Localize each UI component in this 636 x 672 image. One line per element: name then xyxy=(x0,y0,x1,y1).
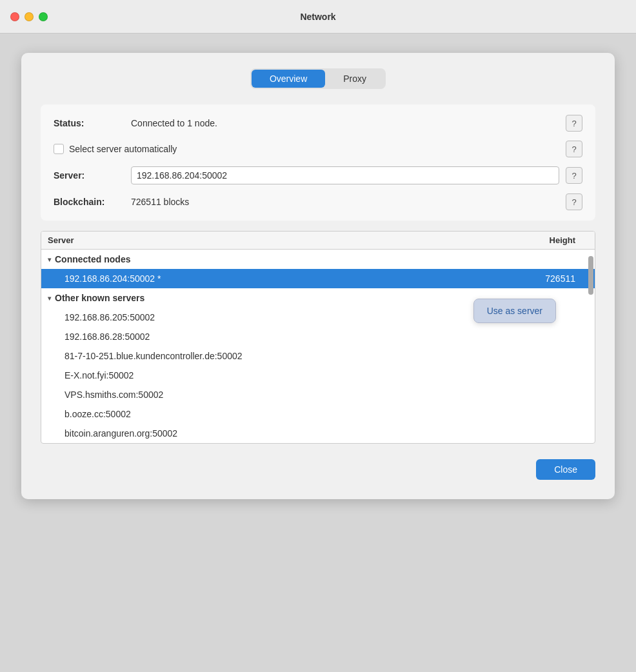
close-button[interactable]: Close xyxy=(536,459,595,480)
other-server-name-5: b.ooze.cc:50002 xyxy=(65,409,537,419)
status-row: Status: Connected to 1 node. ? xyxy=(54,115,582,132)
connected-node-row-0[interactable]: 192.168.86.204:50002 * 726511 Use as ser… xyxy=(41,269,595,288)
traffic-lights xyxy=(10,12,48,21)
select-server-help-button[interactable]: ? xyxy=(566,141,582,157)
tab-bar: Overview Proxy xyxy=(41,68,595,89)
blockchain-value: 726511 blocks xyxy=(131,197,566,207)
tab-group: Overview Proxy xyxy=(250,68,386,89)
other-server-name-6: bitcoin.aranguren.org:50002 xyxy=(65,428,537,439)
close-traffic-light[interactable] xyxy=(10,12,19,21)
other-server-row-5[interactable]: b.ooze.cc:50002 xyxy=(41,404,595,424)
minimize-traffic-light[interactable] xyxy=(25,12,34,21)
other-servers-label: Other known servers xyxy=(55,293,144,303)
tab-proxy[interactable]: Proxy xyxy=(325,70,384,88)
table-header: Server Height xyxy=(41,232,595,250)
col-server: Server xyxy=(48,235,537,245)
other-server-name-1: 192.168.86.28:50002 xyxy=(65,331,537,342)
blockchain-help-button[interactable]: ? xyxy=(566,193,582,210)
select-server-checkbox[interactable] xyxy=(54,144,64,154)
status-value: Connected to 1 node. xyxy=(131,118,566,128)
server-table: Server Height ▾ Connected nodes 192.168.… xyxy=(41,231,595,444)
info-section: Status: Connected to 1 node. ? Select se… xyxy=(41,104,595,221)
blockchain-label: Blockchain: xyxy=(54,197,131,207)
other-server-row-1[interactable]: 192.168.86.28:50002 xyxy=(41,327,595,346)
window-title: Network xyxy=(300,12,335,22)
blockchain-row: Blockchain: 726511 blocks ? xyxy=(54,193,582,210)
server-row: Server: ? xyxy=(54,166,582,184)
connected-nodes-group[interactable]: ▾ Connected nodes xyxy=(41,250,595,269)
connected-nodes-label: Connected nodes xyxy=(55,254,130,264)
scrollbar-track[interactable] xyxy=(588,250,593,443)
other-server-name-4: VPS.hsmiths.com:50002 xyxy=(65,390,537,400)
other-server-name-3: E-X.not.fyi:50002 xyxy=(65,370,537,380)
bottom-bar: Close xyxy=(41,459,595,480)
status-help-button[interactable]: ? xyxy=(566,115,582,132)
other-server-name-2: 81-7-10-251.blue.kundencontroller.de:500… xyxy=(65,351,537,361)
table-body: ▾ Connected nodes 192.168.86.204:50002 *… xyxy=(41,250,595,443)
server-table-wrapper: Server Height ▾ Connected nodes 192.168.… xyxy=(41,231,595,444)
other-server-name-0: 192.168.86.205:50002 xyxy=(65,312,537,322)
tab-overview[interactable]: Overview xyxy=(252,70,325,88)
select-server-checkbox-wrap: Select server automatically xyxy=(54,144,566,154)
other-server-row-2[interactable]: 81-7-10-251.blue.kundencontroller.de:500… xyxy=(41,346,595,366)
titlebar: Network xyxy=(0,0,636,34)
other-server-row-3[interactable]: E-X.not.fyi:50002 xyxy=(41,366,595,385)
server-label: Server: xyxy=(54,170,131,181)
select-server-row: Select server automatically ? xyxy=(54,141,582,157)
window-content: Overview Proxy Status: Connected to 1 no… xyxy=(21,53,615,499)
select-server-label: Select server automatically xyxy=(69,144,177,154)
scrollbar-thumb[interactable] xyxy=(588,256,593,295)
chevron-down-icon: ▾ xyxy=(48,256,51,263)
use-as-server-label: Use as server xyxy=(487,306,542,316)
use-as-server-tooltip[interactable]: Use as server xyxy=(473,299,556,323)
server-help-button[interactable]: ? xyxy=(566,167,582,184)
maximize-traffic-light[interactable] xyxy=(39,12,48,21)
other-server-row-4[interactable]: VPS.hsmiths.com:50002 xyxy=(41,385,595,404)
chevron-down-icon-2: ▾ xyxy=(48,295,51,302)
connected-node-name-0: 192.168.86.204:50002 * xyxy=(65,273,537,284)
status-label: Status: xyxy=(54,118,131,128)
server-input[interactable] xyxy=(131,166,559,184)
connected-node-height-0: 726511 xyxy=(537,273,588,284)
col-height: Height xyxy=(537,235,588,245)
other-server-row-6[interactable]: bitcoin.aranguren.org:50002 xyxy=(41,424,595,443)
